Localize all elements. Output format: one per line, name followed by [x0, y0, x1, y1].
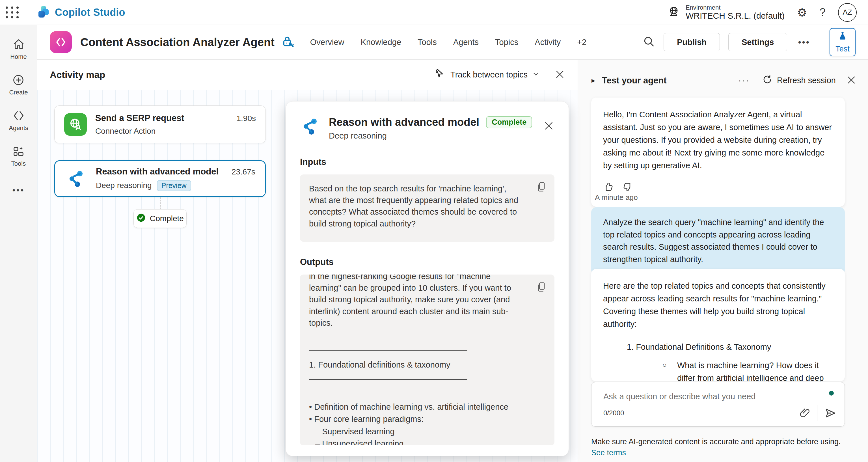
refresh-session-button[interactable]: Refresh session: [762, 74, 836, 87]
environment-name: WRITECH S.R.L. (default): [686, 11, 784, 21]
home-icon: [12, 38, 25, 51]
deep-reasoning-icon: [65, 167, 87, 190]
agent-avatar: [50, 31, 72, 53]
sidebar-item-home[interactable]: Home: [10, 38, 27, 61]
activity-map-header: Activity map Track between topics: [37, 60, 578, 90]
outputs-section-label: Outputs: [300, 257, 554, 267]
preview-badge: Preview: [157, 180, 191, 191]
node-reason-with-advanced-model[interactable]: Reason with advanced model 23.67s Deep r…: [54, 160, 266, 197]
status-badge: Complete: [486, 116, 532, 128]
output-line: • Definition of machine learning vs. art…: [309, 401, 523, 413]
attach-paperclip-icon[interactable]: [799, 407, 810, 419]
settings-gear-icon[interactable]: ⚙: [797, 7, 807, 18]
header-more-button[interactable]: •••: [796, 37, 812, 48]
settings-button[interactable]: Settings: [728, 33, 787, 51]
user-avatar[interactable]: AZ: [838, 3, 857, 22]
copy-icon[interactable]: [536, 281, 547, 294]
outputs-box[interactable]: in the highest-ranking Google results fo…: [300, 275, 554, 445]
app-launcher-waffle-icon[interactable]: [0, 0, 25, 25]
track-between-topics-dropdown[interactable]: Track between topics: [435, 68, 539, 82]
avatar-initials: AZ: [842, 8, 852, 17]
environment-label: Environment: [686, 4, 784, 11]
message-timestamp: A minute ago: [595, 193, 638, 202]
left-nav-rail: Home Create Agents: [0, 25, 37, 462]
user-message: Analyze the search query "machine learni…: [591, 207, 845, 275]
authentication-lock-key-icon[interactable]: [281, 35, 296, 50]
ai-disclaimer-text: Make sure AI-generated content is accura…: [591, 437, 841, 446]
header-divider: [821, 33, 821, 51]
bot-message-text: Here are the top related topics and conc…: [603, 280, 833, 331]
test-button-label: Test: [836, 45, 849, 54]
node-connector-dashed-line: [160, 197, 161, 209]
collapse-panel-icon[interactable]: ▸: [591, 76, 595, 85]
character-counter: 0/2000: [603, 409, 624, 417]
node-subtitle: Deep reasoning: [96, 181, 152, 190]
refresh-icon: [762, 74, 772, 87]
send-icon[interactable]: [824, 407, 837, 419]
tab-topics[interactable]: Topics: [495, 38, 518, 47]
tab-overflow[interactable]: +2: [577, 38, 586, 47]
node-connector-line: [160, 143, 160, 160]
inputs-text: Based on the top search results for 'mac…: [309, 183, 523, 229]
input-actions-divider: [817, 405, 817, 421]
node-send-serp-request[interactable]: Send a SERP request 1.90s Connector Acti…: [54, 105, 266, 143]
outputs-intro: in the highest-ranking Google results fo…: [309, 275, 523, 329]
sidebar-item-create[interactable]: Create: [9, 73, 28, 96]
sidebar-item-agents[interactable]: Agents: [9, 109, 28, 132]
node-duration: 1.90s: [237, 114, 256, 123]
reply-sub-bullet: What is machine learning? How does it di…: [662, 359, 833, 381]
map-complete-label: Complete: [150, 214, 184, 223]
beaker-icon: [837, 31, 848, 43]
user-message-text: Analyze the search query "machine learni…: [603, 218, 824, 264]
inputs-section-label: Inputs: [300, 157, 554, 167]
sidebar-more-button[interactable]: •••: [12, 185, 25, 195]
ai-disclaimer: Make sure AI-generated content is accura…: [591, 436, 845, 458]
create-plus-icon: [12, 73, 25, 87]
test-panel-close-icon[interactable]: [846, 75, 857, 87]
bot-message-text: Hello, I'm Content Association Analyzer …: [603, 108, 833, 172]
see-terms-link[interactable]: See terms: [591, 449, 626, 457]
sidebar-item-label: Create: [9, 89, 28, 96]
output-line: – Supervised learning: [309, 426, 523, 438]
top-bar: Copilot Studio Environment WRITECH S.R.L…: [0, 0, 868, 25]
activity-header-divider: [547, 66, 547, 84]
map-complete-chip: Complete: [133, 209, 187, 228]
tab-tools[interactable]: Tools: [417, 38, 437, 47]
reply-list-item: 1. Foundational Definitions & Taxonomy: [627, 341, 833, 353]
brand[interactable]: Copilot Studio: [36, 5, 125, 20]
connector-action-icon: [64, 113, 87, 136]
test-panel-more-button[interactable]: ···: [736, 75, 752, 86]
refresh-session-label: Refresh session: [777, 76, 836, 85]
publish-button[interactable]: Publish: [663, 33, 720, 51]
help-icon[interactable]: ?: [820, 6, 826, 19]
environment-picker[interactable]: Environment WRITECH S.R.L. (default): [668, 4, 784, 21]
chat-input-placeholder: Ask a question or describe what you need: [603, 392, 755, 401]
track-between-topics-label: Track between topics: [451, 70, 528, 80]
tab-overview[interactable]: Overview: [310, 38, 344, 47]
bot-message: Here are the top related topics and conc…: [591, 269, 845, 381]
tab-knowledge[interactable]: Knowledge: [361, 38, 402, 47]
chat-input-box[interactable]: Ask a question or describe what you need…: [591, 382, 845, 427]
chevron-down-icon: [532, 70, 539, 80]
activity-map-close-icon[interactable]: [554, 69, 565, 81]
detail-title: Reason with advanced model: [329, 116, 479, 128]
node-subtitle: Connector Action: [95, 127, 155, 136]
sidebar-item-tools[interactable]: Tools: [11, 145, 26, 167]
inputs-box: Based on the top search results for 'mac…: [300, 175, 554, 242]
test-agent-panel: ▸ Test your agent ··· Refresh session: [578, 60, 868, 462]
agent-tabs: Overview Knowledge Tools Agents Topics A…: [310, 38, 586, 47]
detail-close-icon[interactable]: [543, 116, 554, 133]
check-circle-icon: [136, 213, 146, 224]
agent-header: Content Association Analyzer Agent Overv…: [37, 25, 868, 60]
tab-activity[interactable]: Activity: [535, 38, 561, 47]
output-line: • Four core learning paradigms:: [309, 413, 523, 426]
page-title: Content Association Analyzer Agent: [80, 36, 275, 49]
test-button[interactable]: Test: [830, 28, 856, 56]
copilot-studio-logo-icon: [36, 5, 50, 20]
copy-icon[interactable]: [536, 181, 547, 194]
agents-code-brackets-icon: [12, 109, 25, 122]
tab-agents[interactable]: Agents: [453, 38, 479, 47]
output-line: – Unsupervised learning: [309, 438, 523, 445]
search-icon[interactable]: [643, 35, 655, 49]
app-title: Copilot Studio: [55, 6, 125, 19]
